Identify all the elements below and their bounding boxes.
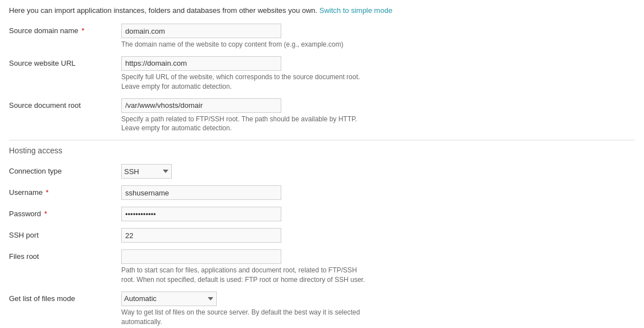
password-input[interactable] xyxy=(121,207,281,221)
source-doc-root-input[interactable] xyxy=(121,98,281,113)
source-url-label: Source website URL xyxy=(9,56,121,67)
ssh-port-row: SSH port xyxy=(9,228,635,243)
get-list-mode-label: Get list of files mode xyxy=(9,291,121,303)
source-url-row: Source website URL Specify full URL of t… xyxy=(9,56,635,92)
intro-text: Here you can import application instance… xyxy=(9,6,635,16)
ssh-port-input[interactable] xyxy=(121,228,281,243)
connection-type-row: Connection type FTP SSH SFTP xyxy=(9,164,635,179)
required-star: * xyxy=(81,26,84,35)
username-row: Username * xyxy=(9,185,635,200)
source-domain-input[interactable] xyxy=(121,24,281,38)
source-domain-content: The domain name of the website to copy c… xyxy=(121,24,635,49)
connection-type-content: FTP SSH SFTP xyxy=(121,164,635,179)
ssh-port-label: SSH port xyxy=(9,228,121,239)
files-root-row: Files root Path to start scan for files,… xyxy=(9,249,635,285)
connection-type-label: Connection type xyxy=(9,164,121,175)
password-content xyxy=(121,207,635,221)
source-domain-row: Source domain name * The domain name of … xyxy=(9,24,635,49)
get-list-mode-hint: Way to get list of files on the source s… xyxy=(121,308,402,327)
get-list-mode-row: Get list of files mode Automatic FTP SSH… xyxy=(9,291,635,327)
source-url-content: Specify full URL of the website, which c… xyxy=(121,56,635,92)
ssh-port-content xyxy=(121,228,635,243)
switch-mode-link[interactable]: Switch to simple mode xyxy=(319,6,392,15)
source-domain-hint: The domain name of the website to copy c… xyxy=(121,40,402,49)
source-doc-root-row: Source document root Specify a path rela… xyxy=(9,98,635,134)
username-required-star: * xyxy=(46,188,49,197)
files-root-hint: Path to start scan for files, applicatio… xyxy=(121,266,402,285)
password-row: Password * xyxy=(9,207,635,221)
password-required-star: * xyxy=(44,209,47,218)
source-url-hint: Specify full URL of the website, which c… xyxy=(121,72,402,92)
source-doc-root-hint: Specify a path related to FTP/SSH root. … xyxy=(121,115,402,134)
hosting-access-heading: Hosting access xyxy=(9,140,635,158)
files-root-content: Path to start scan for files, applicatio… xyxy=(121,249,635,285)
password-label: Password * xyxy=(9,207,121,218)
files-root-input[interactable] xyxy=(121,249,281,264)
username-content xyxy=(121,185,635,200)
get-list-mode-content: Automatic FTP SSH Way to get list of fil… xyxy=(121,291,635,327)
connection-type-select[interactable]: FTP SSH SFTP xyxy=(121,164,172,179)
source-url-input[interactable] xyxy=(121,56,281,71)
username-input[interactable] xyxy=(121,185,281,200)
get-list-mode-select[interactable]: Automatic FTP SSH xyxy=(121,291,217,306)
username-label: Username * xyxy=(9,185,121,197)
source-doc-root-content: Specify a path related to FTP/SSH root. … xyxy=(121,98,635,134)
source-domain-label: Source domain name * xyxy=(9,24,121,35)
files-root-label: Files root xyxy=(9,249,121,261)
source-doc-root-label: Source document root xyxy=(9,98,121,110)
